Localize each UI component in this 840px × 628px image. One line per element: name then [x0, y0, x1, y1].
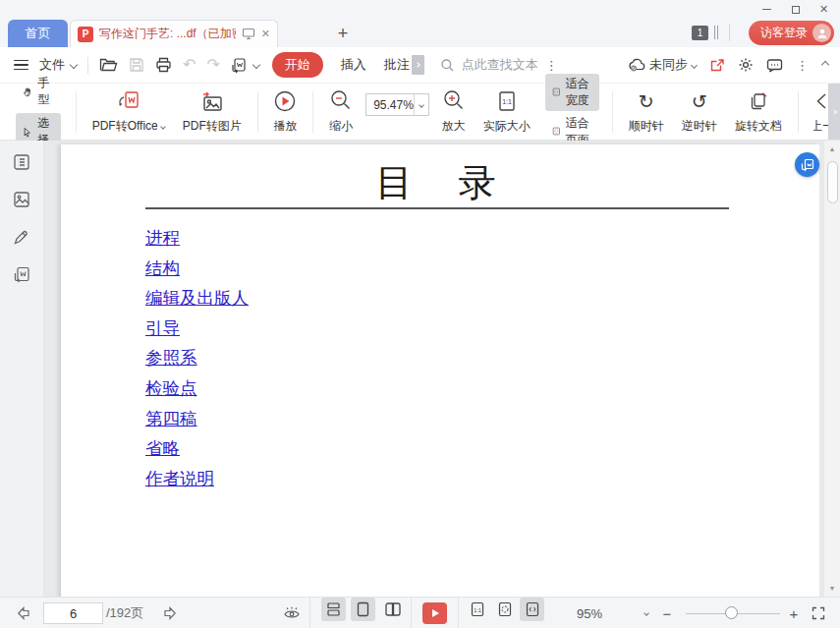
- actual-size-button[interactable]: 1:1 实际大小: [483, 88, 531, 135]
- file-chevron-down-icon[interactable]: [70, 61, 78, 69]
- zoom-percent-label[interactable]: 95%: [570, 598, 609, 628]
- prev-page-nav-button[interactable]: [12, 598, 35, 628]
- guest-login-label: 访客登录: [760, 25, 808, 41]
- rotate-counterclockwise-button[interactable]: ↺ 逆时针: [682, 88, 717, 135]
- toc-link[interactable]: 结构: [145, 254, 180, 284]
- actual-size-toggle[interactable]: 1:1: [465, 598, 489, 621]
- actual-size-icon: 1:1: [496, 88, 518, 114]
- monitor-icon[interactable]: [242, 28, 255, 40]
- autoplay-button[interactable]: [422, 598, 447, 628]
- scroll-down-icon[interactable]: ▼: [824, 585, 840, 592]
- continuous-layout-icon: [326, 601, 341, 617]
- find-text-placeholder: 点此查找文本: [462, 56, 538, 74]
- hand-tool-button[interactable]: 手型: [16, 73, 61, 110]
- fullscreen-button[interactable]: [808, 598, 829, 628]
- gear-icon[interactable]: [738, 57, 754, 73]
- statusbar-divider: [309, 598, 310, 628]
- page-number-input[interactable]: [43, 602, 103, 624]
- undo-icon[interactable]: ↶: [183, 57, 196, 73]
- zoom-level-combobox[interactable]: 95.47%: [365, 93, 429, 116]
- chevron-down-icon: [160, 124, 166, 130]
- close-window-button[interactable]: ✕: [810, 0, 838, 19]
- open-file-button[interactable]: [99, 57, 118, 73]
- toc-link[interactable]: 进程: [145, 223, 180, 254]
- zoom-in-button[interactable]: 放大: [442, 88, 466, 135]
- toc-link[interactable]: 编辑及出版人: [145, 283, 249, 314]
- table-of-contents: 进程 结构 编辑及出版人 引导 参照系 检验点 第四稿 省略 作者说明: [145, 223, 249, 493]
- fit-width-button[interactable]: 适合宽度: [545, 74, 599, 111]
- ribbon-tab-insert[interactable]: 插入: [341, 56, 366, 74]
- guest-login-button[interactable]: 访客登录: [749, 21, 834, 45]
- ribbon-divider: [312, 91, 313, 133]
- export-chevron-down-icon[interactable]: [252, 61, 260, 69]
- single-page-layout-button[interactable]: [351, 598, 375, 621]
- tab-home[interactable]: 首页: [8, 20, 68, 47]
- pdf-to-image-button[interactable]: PDF转图片: [183, 88, 242, 135]
- ribbon-overflow-button[interactable]: [828, 84, 840, 140]
- save-button[interactable]: [129, 57, 144, 73]
- pdf-to-office-button[interactable]: PDF转Office: [92, 88, 165, 135]
- minimize-button[interactable]: [753, 0, 781, 19]
- sign-panel-icon[interactable]: [13, 228, 30, 246]
- fit-width-toggle[interactable]: [520, 598, 544, 621]
- eye-protect-button[interactable]: [279, 598, 305, 628]
- redo-icon[interactable]: ↷: [206, 57, 219, 73]
- minimize-icon: [762, 9, 771, 10]
- outline-panel-icon[interactable]: [13, 153, 30, 171]
- share-icon[interactable]: [709, 58, 725, 73]
- export-word-panel-icon[interactable]: [13, 265, 30, 284]
- sync-status-button[interactable]: 未同步: [628, 56, 697, 74]
- zoom-percent-chevron[interactable]: [641, 598, 652, 628]
- ribbon-divider: [798, 91, 799, 133]
- scrollbar-thumb[interactable]: [827, 161, 838, 203]
- tabs-overflow-button[interactable]: [412, 55, 424, 75]
- menu-bar: 文件 ↶ ↷: [0, 47, 840, 84]
- pdf-convert-float-button[interactable]: [795, 152, 819, 177]
- feedback-icon[interactable]: [766, 58, 783, 73]
- fit-page-toggle[interactable]: [492, 598, 517, 621]
- more-options-icon[interactable]: ⋮: [796, 59, 810, 72]
- ribbon-tab-start[interactable]: 开始: [272, 52, 323, 78]
- new-tab-button[interactable]: +: [330, 21, 356, 46]
- tab-document[interactable]: P 写作这门手艺: ...df（已加密） ✕: [70, 20, 278, 47]
- file-menu[interactable]: 文件: [39, 56, 65, 74]
- toc-link[interactable]: 检验点: [145, 373, 197, 404]
- zoom-dropdown-button[interactable]: [414, 94, 428, 115]
- zoom-out-button[interactable]: 缩小: [329, 88, 353, 135]
- zoom-slider-thumb[interactable]: [725, 606, 738, 619]
- thumbnail-panel-icon[interactable]: [13, 191, 30, 208]
- next-page-nav-button[interactable]: [157, 598, 181, 628]
- toc-link[interactable]: 省略: [145, 433, 180, 464]
- collapse-ribbon-icon[interactable]: [821, 61, 829, 69]
- cursor-icon: [23, 125, 31, 140]
- scroll-up-icon[interactable]: ▲: [824, 145, 840, 152]
- find-text-button[interactable]: 点此查找文本 ⋮: [440, 56, 559, 74]
- rotate-clockwise-button[interactable]: ↻ 顺时针: [629, 88, 664, 135]
- hamburger-menu-icon[interactable]: [14, 60, 28, 71]
- play-button[interactable]: 播放: [273, 88, 297, 135]
- toc-link[interactable]: 引导: [145, 314, 180, 344]
- two-page-layout-button[interactable]: [380, 598, 405, 621]
- toc-link[interactable]: 第四稿: [145, 404, 197, 434]
- zoom-in-plus-button[interactable]: +: [786, 598, 802, 628]
- notification-badge[interactable]: 1: [692, 26, 708, 40]
- toc-link[interactable]: 参照系: [145, 343, 197, 373]
- maximize-button[interactable]: [781, 0, 810, 19]
- rotate-document-icon: [746, 88, 771, 114]
- play-red-icon: [422, 602, 447, 624]
- ribbon-tab-comment[interactable]: 批注: [384, 56, 410, 74]
- toc-item: 结构: [145, 254, 249, 284]
- toc-item: 第四稿: [145, 404, 249, 434]
- zoom-out-minus-button[interactable]: −: [659, 598, 675, 628]
- vertical-scrollbar[interactable]: ▲ ▼: [823, 141, 840, 597]
- wps-pdf-window: 首页 P 写作这门手艺: ...df（已加密） ✕ + ✕ 1 访客登录: [0, 0, 840, 628]
- continuous-layout-button[interactable]: [321, 598, 346, 621]
- close-tab-icon[interactable]: ✕: [261, 29, 270, 39]
- export-to-word-button[interactable]: [231, 57, 247, 74]
- print-button[interactable]: [155, 57, 172, 73]
- toc-link[interactable]: 作者说明: [145, 464, 214, 494]
- rotate-document-button[interactable]: 旋转文档: [735, 88, 782, 135]
- pdf-page[interactable]: 目 录 进程 结构 编辑及出版人 引导 参照系 检验点 第四稿 省略 作者说明: [61, 144, 819, 599]
- search-more-icon[interactable]: ⋮: [545, 59, 559, 72]
- zoom-out-label: 缩小: [329, 118, 353, 135]
